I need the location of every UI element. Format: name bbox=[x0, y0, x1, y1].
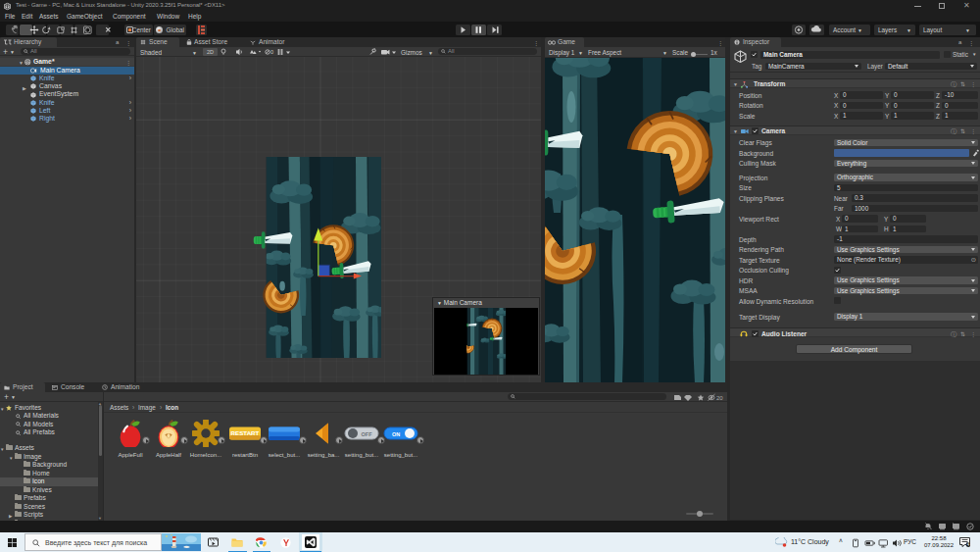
svg-text:20: 20 bbox=[716, 395, 723, 401]
svg-text:RESTART: RESTART bbox=[231, 429, 260, 436]
svg-text:OFF: OFF bbox=[362, 431, 373, 437]
svg-text:ON: ON bbox=[392, 431, 400, 437]
svg-text:0: 0 bbox=[270, 49, 273, 55]
